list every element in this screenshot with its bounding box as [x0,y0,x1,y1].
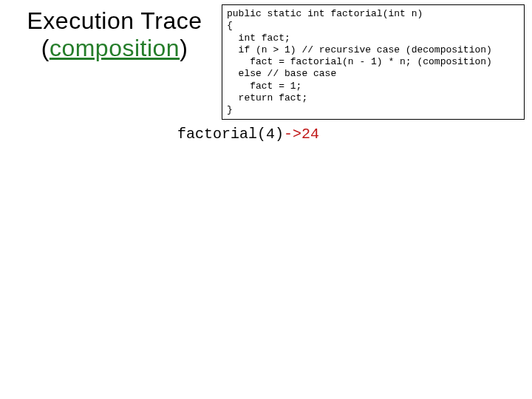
title-line-1: Execution Trace [15,7,214,35]
title-paren-close: ) [180,35,188,61]
slide-title: Execution Trace (composition) [15,7,214,62]
code-line: public static int factorial(int n) [227,8,423,19]
code-line: else // base case [227,68,336,79]
code-line: fact = 1; [227,81,301,92]
code-line: return fact; [227,92,307,103]
trace-call: factorial(4) [177,126,284,143]
slide: Execution Trace (composition) public sta… [0,0,532,399]
title-paren-open: ( [41,35,50,61]
code-line: if (n > 1) // recursive case (decomposit… [227,44,492,55]
code-line: } [227,104,233,115]
trace-result: ->24 [284,126,319,143]
title-line-2: (composition) [15,35,214,62]
code-listing: public static int factorial(int n) { int… [222,4,525,120]
code-line: { [227,20,233,31]
code-line: fact = factorial(n - 1) * n; (compositio… [227,56,492,67]
title-accent-word: composition [50,35,180,61]
execution-trace-line: factorial(4)->24 [177,126,319,143]
code-line: int fact; [227,33,290,44]
